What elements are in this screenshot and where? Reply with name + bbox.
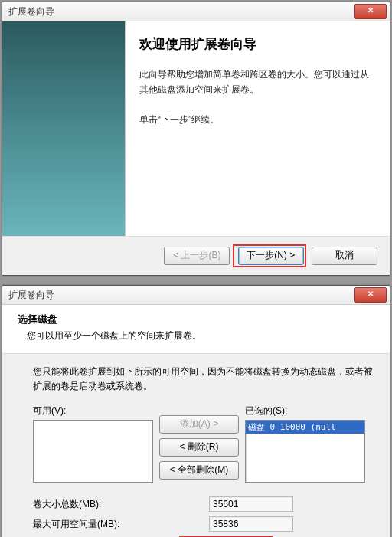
list-item[interactable]: 磁盘 0 10000 (null [246, 421, 364, 434]
wizard-side-image [2, 21, 126, 236]
header-title: 选择磁盘 [18, 313, 377, 326]
back-button: < 上一步(B) [164, 247, 230, 265]
header-subtitle: 您可以用至少一个磁盘上的空间来扩展卷。 [27, 329, 377, 342]
available-label: 可用(V): [33, 404, 153, 417]
transfer-buttons: 添加(A) > < 删除(R) < 全部删除(M) [159, 404, 239, 480]
selected-listbox[interactable]: 磁盘 0 10000 (null [245, 420, 365, 483]
wizard-main-panel: 欢迎使用扩展卷向导 此向导帮助您增加简单卷和跨区卷的大小。您可以通过从其他磁盘添… [126, 21, 390, 236]
next-button[interactable]: 下一步(N) > [238, 247, 304, 265]
max-value: 35836 [209, 516, 293, 532]
note-text: 您只能将此卷扩展到如下所示的可用空间，因为不能将磁盘转换为动态磁盘，或者被扩展的… [33, 365, 373, 394]
available-column: 可用(V): [33, 404, 153, 483]
titlebar: 扩展卷向导 ✕ [2, 2, 390, 21]
selected-label: 已选的(S): [245, 404, 365, 417]
content-area: 欢迎使用扩展卷向导 此向导帮助您增加简单卷和跨区卷的大小。您可以通过从其他磁盘添… [2, 21, 390, 236]
wizard-welcome-dialog: 扩展卷向导 ✕ 欢迎使用扩展卷向导 此向导帮助您增加简单卷和跨区卷的大小。您可以… [2, 2, 390, 276]
wizard-body: 您只能将此卷扩展到如下所示的可用空间，因为不能将磁盘转换为动态磁盘，或者被扩展的… [2, 354, 390, 537]
disk-selection-columns: 可用(V): 添加(A) > < 删除(R) < 全部删除(M) 已选的(S):… [33, 404, 373, 483]
close-icon[interactable]: ✕ [354, 4, 387, 19]
row-total: 卷大小总数(MB): 35601 [33, 496, 373, 512]
remove-all-button[interactable]: < 全部删除(M) [159, 461, 239, 480]
highlight-next: 下一步(N) > [233, 244, 306, 267]
row-max: 最大可用空间量(MB): 35836 [33, 516, 373, 532]
total-label: 卷大小总数(MB): [33, 498, 209, 511]
close-icon[interactable]: ✕ [354, 287, 387, 303]
wizard-select-disk-dialog: 扩展卷向导 ✕ 选择磁盘 您可以用至少一个磁盘上的空间来扩展卷。 您只能将此卷扩… [2, 285, 390, 537]
window-title: 扩展卷向导 [8, 289, 354, 302]
available-listbox[interactable] [33, 420, 153, 483]
button-row: < 上一步(B) 下一步(N) > 取消 [2, 236, 390, 275]
size-fields: 卷大小总数(MB): 35601 最大可用空间量(MB): 35836 选择空间… [33, 496, 373, 537]
titlebar: 扩展卷向导 ✕ [2, 286, 390, 305]
total-value: 35601 [209, 496, 293, 512]
selected-column: 已选的(S): 磁盘 0 10000 (null [245, 404, 365, 483]
wizard-header: 选择磁盘 您可以用至少一个磁盘上的空间来扩展卷。 [2, 305, 390, 354]
wizard-instruction: 单击“下一步”继续。 [139, 112, 376, 127]
cancel-button[interactable]: 取消 [312, 247, 377, 265]
remove-button[interactable]: < 删除(R) [159, 438, 239, 457]
window-title: 扩展卷向导 [8, 5, 354, 18]
wizard-description: 此向导帮助您增加简单卷和跨区卷的大小。您可以通过从其他磁盘添加空间来扩展卷。 [139, 67, 376, 98]
wizard-heading: 欢迎使用扩展卷向导 [139, 35, 376, 53]
add-button: 添加(A) > [159, 415, 239, 434]
max-label: 最大可用空间量(MB): [33, 518, 209, 531]
